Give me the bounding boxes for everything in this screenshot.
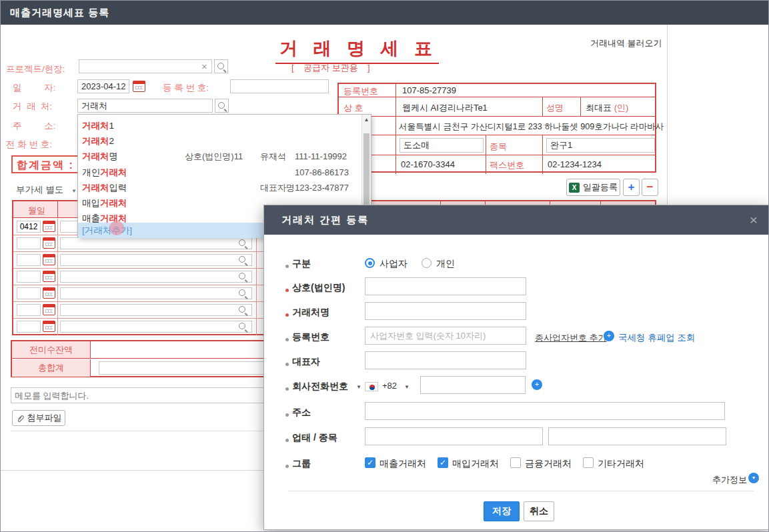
more-info-link[interactable]: 추가정보	[712, 474, 747, 486]
window-title: 매출거래명세표 등록	[10, 7, 109, 19]
item-name-input[interactable]	[60, 271, 252, 283]
checkbox-finance-client[interactable]	[510, 457, 521, 468]
dropdown-item-regno: 107-86-86173	[295, 165, 349, 180]
date-label: 일 자:	[13, 82, 56, 94]
search-icon[interactable]	[239, 239, 247, 248]
checkbox-finance-label[interactable]: 금융거래처	[525, 458, 572, 470]
chevron-down-icon[interactable]: ▼	[356, 384, 361, 390]
item-date-input[interactable]	[17, 287, 41, 299]
chevron-down-icon[interactable]: ▼	[404, 384, 410, 390]
bizitem-input[interactable]	[548, 427, 726, 445]
supplier-company-label: 상 호	[343, 102, 363, 114]
phone-input[interactable]	[420, 376, 526, 394]
supplier-table: 등록번호 107-85-27739 상 호 웹케시 AI경리나라Te1 성명 최…	[337, 83, 656, 173]
radio-individual-label[interactable]: 개인	[436, 258, 455, 270]
checkbox-purchase-label[interactable]: 매입거래처	[452, 458, 499, 470]
item-date-input[interactable]	[17, 321, 41, 333]
supplier-fax-value: 02-1234-1234	[548, 159, 602, 169]
quick-client-modal: 거래처 간편 등록 × 구분 사업자 개인 상호(법인명) 거래처명 등록번호 …	[263, 205, 769, 530]
go-icon[interactable]: +	[604, 331, 614, 341]
supplier-address-value: 서울특별시 금천구 가산디지털1로 233 하나둘셋 909호가나다 라마바사	[399, 121, 664, 133]
calendar-icon[interactable]	[43, 254, 55, 265]
ceo-input[interactable]	[365, 351, 526, 369]
client-search-button[interactable]	[215, 99, 229, 113]
company-input[interactable]	[365, 277, 526, 295]
item-name-input[interactable]	[60, 287, 252, 299]
dropdown-item[interactable]: 거래처2	[78, 133, 361, 149]
calendar-icon[interactable]	[43, 287, 55, 299]
radio-individual[interactable]	[422, 258, 432, 268]
remove-row-button[interactable]: −	[642, 179, 658, 196]
item-date-input[interactable]	[17, 304, 41, 316]
chevron-down-icon: ▼	[71, 188, 77, 194]
nts-check-link[interactable]: 국세청 휴폐업 조회	[618, 332, 696, 344]
dropdown-item-regno: 123-23-47877	[295, 180, 349, 195]
prev-balance-label: 전미수잔액	[12, 341, 91, 358]
add-phone-icon[interactable]: +	[532, 379, 542, 390]
date-input[interactable]	[77, 79, 129, 93]
client-name-input[interactable]	[365, 302, 526, 320]
item-name-input[interactable]	[60, 321, 252, 333]
item-date-input[interactable]	[17, 271, 41, 283]
item-date-input[interactable]	[17, 221, 41, 233]
checkbox-sales-label[interactable]: 매출거래처	[379, 458, 426, 470]
checkbox-purchase-client[interactable]: ✓	[438, 457, 448, 468]
client-input[interactable]	[77, 99, 213, 113]
search-icon[interactable]	[239, 323, 247, 331]
add-row-button[interactable]: +	[623, 179, 640, 196]
calendar-icon[interactable]	[43, 271, 55, 282]
item-date-input[interactable]	[17, 237, 41, 249]
expand-down-icon[interactable]: ▼	[748, 473, 759, 483]
project-search-button[interactable]	[214, 59, 228, 73]
search-icon[interactable]	[239, 289, 247, 298]
radio-business-label[interactable]: 사업자	[379, 258, 408, 270]
biztype-input[interactable]	[365, 427, 543, 445]
modal-address-input[interactable]	[365, 402, 725, 420]
item-name-input[interactable]	[60, 254, 252, 266]
supplier-biztype-input[interactable]	[400, 138, 484, 153]
project-input[interactable]	[79, 59, 212, 73]
biztype-label: 업태 / 종목	[292, 432, 337, 444]
item-date-input[interactable]	[17, 254, 41, 266]
supplier-item-input[interactable]	[546, 138, 655, 153]
grand-total-label: 총합계	[12, 359, 91, 377]
calendar-icon[interactable]	[43, 304, 55, 315]
checkbox-other-label[interactable]: 기타거래처	[598, 458, 644, 470]
window-title-bar: 매출거래명세표 등록	[1, 1, 768, 25]
search-icon[interactable]	[239, 306, 247, 315]
bulk-register-button[interactable]: X 일괄등록	[566, 179, 620, 196]
search-icon[interactable]	[239, 273, 247, 281]
dropdown-item-bizname: 상호(법인명)11	[185, 149, 243, 164]
dropdown-item-ceo: 유재석	[260, 149, 286, 164]
dropdown-item[interactable]: 거래처명 상호(법인명)11 유재석 111-11-19992	[78, 149, 361, 164]
search-icon[interactable]	[239, 256, 247, 265]
item-name-input[interactable]	[60, 237, 252, 249]
cancel-button[interactable]: 취소	[524, 501, 554, 521]
regno-input[interactable]	[230, 79, 329, 93]
checkbox-sales-client[interactable]: ✓	[365, 457, 375, 468]
calendar-icon[interactable]	[43, 237, 55, 249]
sub-bizno-link[interactable]: 종사업자번호 추가	[535, 332, 607, 344]
clear-icon[interactable]: ×	[201, 61, 207, 71]
calendar-icon[interactable]	[133, 81, 145, 92]
vat-select[interactable]: 부가세 별도 ▼	[16, 184, 77, 196]
dropdown-item-ceo: 대표자명	[260, 180, 295, 195]
modal-address-label: 주소	[292, 407, 311, 419]
scroll-up-icon[interactable]: ▲	[362, 115, 371, 125]
dropdown-item[interactable]: 거래처1	[78, 118, 361, 133]
load-history-link[interactable]: 거래내역 불러오기	[590, 37, 662, 49]
ceo-label: 대표자	[292, 356, 320, 368]
calendar-icon[interactable]	[43, 321, 55, 332]
close-icon[interactable]: ×	[750, 212, 758, 228]
calendar-icon[interactable]	[43, 221, 55, 232]
checkbox-other-client[interactable]	[583, 457, 594, 468]
attach-file-button[interactable]: 첨부파일	[12, 410, 65, 426]
save-button[interactable]: 저장	[484, 501, 520, 521]
client-name-label: 거래처명	[292, 307, 329, 319]
dropdown-item[interactable]: 거래처입력 대표자명 123-23-47877	[78, 180, 361, 195]
item-name-input[interactable]	[60, 304, 252, 316]
radio-business[interactable]	[365, 258, 375, 268]
dropdown-item[interactable]: 개인거래처 107-86-86173	[78, 165, 361, 180]
field-bullet	[285, 338, 289, 341]
modal-regno-input[interactable]	[365, 327, 526, 345]
